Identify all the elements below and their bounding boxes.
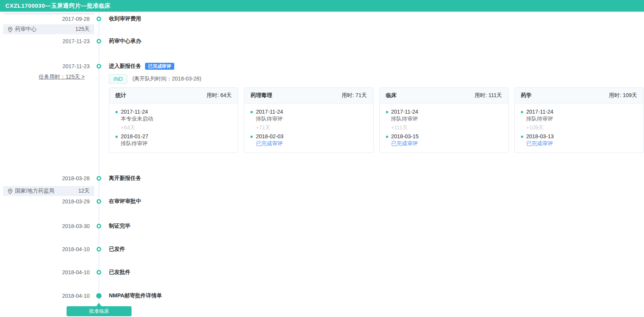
page-header: CXZL1700030—玉屏通窍片—批准临床: [0, 0, 644, 12]
bullet-dot-icon: [250, 111, 253, 113]
timeline-marker-hollow: [97, 224, 101, 228]
card-header: 统计 用时: 64天: [109, 88, 238, 104]
timeline-marker-hollow: [97, 199, 101, 204]
bullet-dot-icon: [250, 136, 253, 138]
card-duration: 用时: 71天: [342, 92, 367, 99]
entry-status: 排队待审评: [256, 116, 283, 122]
gap-days: +109天: [526, 124, 637, 131]
event-label: NMPA邮寄批件详情单: [109, 292, 162, 299]
bullet-dot-icon: [521, 136, 523, 138]
card-header: 药学 用时: 109天: [515, 88, 643, 104]
location-pin-icon: [8, 27, 13, 32]
bullet-dot-icon: [115, 111, 118, 113]
event-date: 2018-03-29: [0, 198, 90, 205]
bullet-dot-icon: [386, 111, 388, 113]
entry-date: 2017-11-24: [256, 109, 283, 115]
card-duration: 用时: 111天: [475, 92, 502, 99]
event-label: 制证完毕: [109, 223, 130, 230]
card-title: 药学: [521, 92, 532, 99]
entry-status: 排队待审评: [391, 116, 419, 122]
location-pin-icon: [8, 188, 13, 194]
stage-name: 国家/地方药监局: [15, 188, 54, 195]
event-date: 2017-11-23: [0, 38, 90, 44]
stage-days: 125天: [75, 26, 90, 33]
review-cards: 统计 用时: 64天 2017-11-24 本专业未启动 +64天 2018-0…: [109, 87, 644, 153]
approval-result-button[interactable]: 批准临床: [67, 306, 132, 316]
event-date: 2017-09-28: [0, 16, 90, 22]
stage-chip-cde: 药审中心 125天: [3, 24, 94, 34]
event-label: 已发件: [109, 246, 125, 253]
timeline-marker-filled: [96, 293, 102, 299]
card-duration: 用时: 109天: [609, 92, 637, 99]
card-title: 临床: [386, 92, 397, 99]
stage-chip-nmpa: 国家/地方药监局 12天: [3, 186, 94, 196]
card-entry: 2017-11-24 排队待审评: [386, 109, 502, 122]
event-label: 离开新报任务: [109, 175, 141, 182]
timeline-marker-hollow: [97, 247, 101, 252]
event-date: 2018-03-30: [0, 223, 90, 229]
entry-date: 2017-11-24: [391, 109, 419, 115]
ind-tag[interactable]: IND: [109, 74, 127, 84]
bullet-dot-icon: [115, 136, 118, 138]
status-badge: 已完成审评: [145, 63, 174, 70]
timeline-marker-hollow: [97, 270, 101, 275]
review-card-statistics: 统计 用时: 64天 2017-11-24 本专业未启动 +64天 2018-0…: [109, 87, 238, 153]
card-entry: 2018-03-13 已完成审评: [521, 133, 637, 147]
entry-status: 排队待审评: [526, 116, 554, 122]
card-duration: 用时: 64天: [207, 92, 232, 99]
event-date: 2017-11-23: [0, 63, 90, 69]
card-entry: 2018-02-03 已完成审评: [250, 133, 367, 147]
gap-days: +71天: [256, 124, 367, 131]
entry-status: 本专业未启动: [121, 116, 153, 122]
timeline-line: [98, 12, 99, 303]
card-entry: 2018-01-27 排队待审评: [115, 133, 232, 147]
card-entry: 2017-11-24 本专业未启动: [115, 109, 232, 122]
event-label: 在审评审批中: [109, 198, 141, 205]
event-date: 2018-04-10: [0, 269, 90, 275]
card-body: 2017-11-24 排队待审评 +109天 2018-03-13 已完成审评: [515, 104, 643, 147]
review-card-clinical: 临床 用时: 111天 2017-11-24 排队待审评 +111天 2018-…: [379, 87, 509, 153]
event-label-text: 进入新报任务: [109, 63, 141, 70]
timeline-marker-hollow: [97, 64, 101, 69]
card-header: 临床 用时: 111天: [380, 88, 508, 104]
card-title: 统计: [115, 92, 126, 99]
card-title: 药理毒理: [250, 92, 272, 99]
timeline-marker-hollow: [97, 176, 101, 181]
entry-status-link[interactable]: 已完成审评: [526, 140, 554, 147]
stage-chip-partial: [3, 13, 94, 15]
card-body: 2017-11-24 排队待审评 +111天 2018-03-15 已完成审评: [380, 104, 508, 147]
timeline-marker-hollow: [97, 39, 101, 44]
queue-info-row: IND (离开队列时间：2018-03-28): [109, 74, 201, 84]
review-card-pharmtox: 药理毒理 用时: 71天 2017-11-24 排队待审评 +71天 2018-…: [244, 87, 373, 153]
entry-status-link[interactable]: 已完成审评: [256, 140, 284, 147]
stage-name: 药审中心: [15, 26, 37, 33]
event-label: 已发批件: [109, 269, 130, 276]
entry-date: 2018-02-03: [256, 133, 284, 140]
card-entry: 2017-11-24 排队待审评: [521, 109, 637, 122]
task-duration-link[interactable]: 任务用时：125天 >: [0, 74, 85, 81]
page-title: CXZL1700030—玉屏通窍片—批准临床: [5, 2, 111, 10]
card-body: 2017-11-24 本专业未启动 +64天 2018-01-27 排队待审评: [109, 104, 238, 147]
event-label: 收到审评费用: [109, 15, 141, 22]
timeline-marker-hollow: [97, 17, 101, 21]
event-date: 2018-03-28: [0, 175, 90, 181]
event-label: 进入新报任务 已完成审评: [109, 63, 174, 70]
entry-date: 2017-11-24: [121, 109, 153, 115]
stage-days: 12天: [78, 188, 90, 195]
event-label: 药审中心承办: [109, 38, 141, 45]
event-date: 2018-04-10: [0, 293, 90, 299]
card-header: 药理毒理 用时: 71天: [244, 88, 373, 104]
card-entry: 2018-03-15 已完成审评: [386, 133, 502, 147]
entry-date: 2018-03-15: [391, 133, 419, 140]
entry-date: 2017-11-24: [526, 109, 554, 115]
gap-days: +64天: [121, 124, 232, 131]
bullet-dot-icon: [521, 111, 523, 113]
gap-days: +111天: [391, 124, 502, 131]
queue-leave-time: (离开队列时间：2018-03-28): [132, 75, 201, 82]
review-card-pharmacy: 药学 用时: 109天 2017-11-24 排队待审评 +109天 2018-…: [514, 87, 644, 153]
bullet-dot-icon: [386, 136, 388, 138]
card-entry: 2017-11-24 排队待审评: [250, 109, 367, 122]
entry-status: 排队待审评: [121, 140, 148, 147]
entry-status-link[interactable]: 已完成审评: [391, 140, 419, 147]
entry-date: 2018-01-27: [121, 133, 148, 140]
